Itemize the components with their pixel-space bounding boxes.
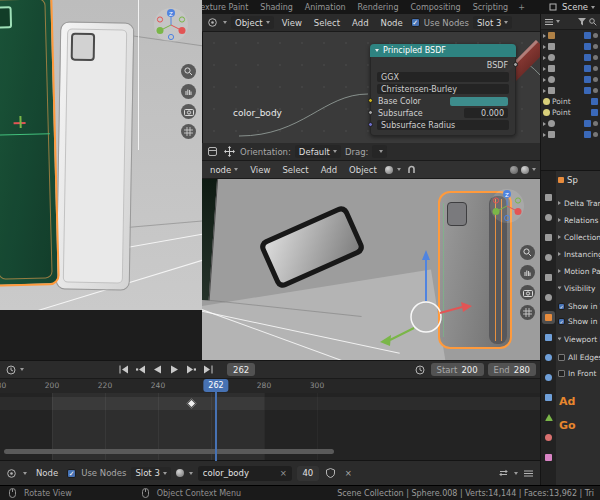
tab-texture[interactable]	[542, 451, 555, 464]
tab-physics[interactable]	[542, 371, 555, 384]
next-keyframe-button[interactable]	[183, 363, 199, 377]
menu-add[interactable]: Add	[348, 18, 372, 28]
base-color-swatch[interactable]	[450, 97, 508, 106]
expand-icon[interactable]	[543, 67, 546, 71]
chevron-down-icon[interactable]	[514, 472, 518, 475]
menu-node[interactable]: Node	[377, 18, 407, 28]
outliner-row[interactable]	[541, 74, 600, 85]
panel-delta-transform[interactable]: Delta Transform	[558, 197, 600, 209]
editor-type-icon[interactable]	[206, 145, 219, 158]
editor-type-icon[interactable]	[4, 363, 17, 376]
restrict-icon[interactable]	[593, 44, 598, 49]
chevron-down-icon[interactable]	[189, 472, 193, 475]
outliner-row[interactable]	[541, 30, 600, 41]
restrict-icon[interactable]	[593, 77, 598, 82]
workspace-tab-scripting[interactable]: Scripting	[467, 0, 515, 14]
panel-relations[interactable]: Relations	[558, 214, 600, 226]
tab-scene[interactable]	[542, 271, 555, 284]
playhead-frame-badge[interactable]: 262	[203, 379, 228, 392]
outliner-row[interactable]	[541, 63, 600, 74]
restrict-icon[interactable]	[593, 66, 598, 71]
restrict-icon[interactable]	[593, 132, 598, 137]
tab-view-layer[interactable]	[542, 251, 555, 264]
fake-user-shield-icon[interactable]	[324, 467, 337, 480]
mode-dropdown[interactable]: node	[206, 163, 242, 176]
visibility-checkbox[interactable]	[584, 87, 591, 94]
expand-icon[interactable]	[543, 78, 546, 82]
visibility-checkbox[interactable]	[591, 98, 598, 105]
option-all-edges[interactable]: All Edges	[558, 351, 600, 363]
tab-output[interactable]	[542, 231, 555, 244]
expand-icon[interactable]	[543, 133, 546, 137]
tab-constraints[interactable]	[542, 391, 555, 404]
menu-view[interactable]: View	[278, 18, 306, 28]
pan-hand-tool-button[interactable]	[520, 265, 535, 280]
viewport-right-canvas[interactable]: Z	[202, 179, 540, 360]
restrict-icon[interactable]	[593, 88, 598, 93]
tab-modifiers[interactable]	[542, 331, 555, 344]
navigation-gizmo[interactable]: Z	[152, 6, 190, 44]
overlays-icon[interactable]	[510, 166, 518, 174]
frame-end-field[interactable]: End 280	[488, 363, 536, 376]
chevron-down-icon[interactable]	[397, 168, 401, 171]
properties-breadcrumb[interactable]: Sp	[558, 175, 578, 185]
tab-particles[interactable]	[542, 351, 555, 364]
camera-view-button[interactable]	[181, 104, 196, 119]
subsurface-socket[interactable]	[368, 110, 373, 115]
chevron-down-icon[interactable]	[532, 168, 536, 171]
restrict-icon[interactable]	[593, 121, 598, 126]
current-frame-field[interactable]: 262	[227, 363, 255, 376]
menu-object[interactable]: Object	[345, 165, 381, 175]
chevron-down-icon[interactable]	[20, 368, 24, 371]
display-mode-icon[interactable]	[544, 15, 553, 28]
pan-hand-tool-button[interactable]	[181, 84, 196, 99]
collapse-node-icon[interactable]	[375, 49, 379, 52]
filter-funnel-icon[interactable]	[578, 15, 586, 28]
use-nodes-checkbox[interactable]: ✓	[67, 469, 76, 478]
frame-start-field[interactable]: Start 200	[431, 363, 484, 376]
timeline-ruler[interactable]: 180 200 220 240 260 280 300	[0, 379, 540, 393]
menu-select[interactable]: Select	[278, 165, 312, 175]
grid-view-button[interactable]	[520, 305, 535, 320]
expand-icon[interactable]	[543, 45, 546, 49]
option-in-front[interactable]: In Front	[558, 367, 600, 379]
subsurface-radius-socket[interactable]	[368, 122, 373, 127]
checkbox[interactable]	[558, 354, 565, 361]
move-gizmo[interactable]	[352, 239, 472, 354]
play-button[interactable]	[166, 363, 182, 377]
subsurface-radius-field[interactable]: Subsurface Radius	[377, 120, 509, 130]
image-name-field[interactable]: color_body ×	[198, 466, 292, 481]
visibility-checkbox[interactable]	[584, 76, 591, 83]
drag-tool-dropdown[interactable]	[372, 145, 387, 158]
snap-magnet-icon[interactable]	[405, 163, 418, 176]
tab-tool[interactable]	[542, 191, 555, 204]
search-icon[interactable]	[589, 15, 597, 28]
grid-view-button[interactable]	[181, 124, 196, 139]
jump-to-start-button[interactable]	[115, 363, 131, 377]
white-phone-object[interactable]	[56, 21, 135, 290]
hamburger-menu-icon[interactable]	[522, 467, 535, 480]
workspace-tab-rendering[interactable]: Rendering	[352, 0, 405, 14]
panel-motion-paths[interactable]: Motion Paths	[558, 265, 600, 277]
panel-collections[interactable]: Collections	[558, 231, 600, 243]
shader-editor-canvas[interactable]: color_body Principled BSDF BSDF GGX Chri…	[202, 32, 540, 143]
tab-object-data[interactable]	[542, 411, 555, 424]
tab-render[interactable]	[542, 211, 555, 224]
outliner-row[interactable]	[541, 52, 600, 63]
visibility-checkbox[interactable]	[584, 43, 591, 50]
visibility-checkbox[interactable]	[591, 109, 598, 116]
material-sphere-icon[interactable]	[176, 469, 184, 477]
distribution-dropdown[interactable]: GGX	[377, 72, 509, 82]
expand-icon[interactable]	[543, 89, 546, 93]
tab-object[interactable]	[542, 311, 555, 324]
timeline-scrollbar[interactable]	[4, 449, 334, 454]
jump-to-end-button[interactable]	[200, 363, 216, 377]
restrict-icon[interactable]	[593, 33, 598, 38]
outliner-row[interactable]	[541, 118, 600, 129]
timeline-track-area[interactable]	[0, 393, 540, 461]
outliner-row[interactable]	[541, 85, 600, 96]
tab-material[interactable]	[542, 431, 555, 444]
camera-view-button[interactable]	[520, 285, 535, 300]
clock-icon[interactable]	[414, 363, 427, 376]
visibility-checkbox[interactable]	[584, 65, 591, 72]
